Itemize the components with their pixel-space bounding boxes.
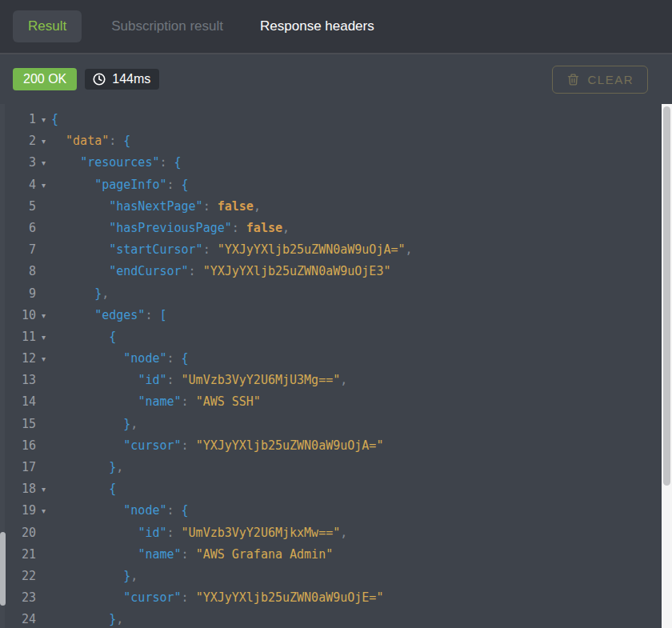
code-line: 16 "cursor": "YXJyYXljb25uZWN0aW9uOjA=" xyxy=(0,435,662,457)
fold-toggle-icon[interactable]: ▾ xyxy=(36,152,51,174)
code-line: 14 "name": "AWS SSH" xyxy=(0,391,662,413)
fold-toggle-icon[interactable]: ▾ xyxy=(36,500,51,522)
code-line: 12▾ "node": { xyxy=(0,348,662,370)
code-line: 15 }, xyxy=(0,414,662,435)
code-text: "id": "UmVzb3VyY2U6MjkxMw==", xyxy=(51,522,347,544)
fold-spacer xyxy=(36,414,51,435)
trash-icon xyxy=(566,73,580,86)
fold-toggle-icon[interactable]: ▾ xyxy=(36,478,51,500)
line-number: 17 xyxy=(0,457,36,478)
code-text: "name": "AWS Grafana Admin" xyxy=(51,544,333,566)
code-line: 1▾{ xyxy=(0,109,662,130)
code-text: "id": "UmVzb3VyY2U6MjU3Mg==", xyxy=(51,370,347,391)
line-number: 12 xyxy=(0,348,36,370)
line-number: 10 xyxy=(0,305,36,326)
code-line: 21 "name": "AWS Grafana Admin" xyxy=(0,544,662,566)
line-number: 18 xyxy=(0,478,36,500)
fold-spacer xyxy=(36,196,51,218)
fold-spacer xyxy=(36,609,51,628)
code-line: 3▾ "resources": { xyxy=(0,152,662,174)
result-tab-bar: Result Subscription result Response head… xyxy=(0,0,672,54)
fold-spacer xyxy=(36,261,51,282)
tab-subscription-result[interactable]: Subscription result xyxy=(111,18,223,34)
code-text: "hasNextPage": false, xyxy=(51,196,261,218)
right-scrollbar-track[interactable] xyxy=(662,104,672,628)
code-line: 18▾ { xyxy=(0,478,662,500)
line-number: 11 xyxy=(0,326,36,348)
response-time-value: 144ms xyxy=(112,72,150,86)
fold-toggle-icon[interactable]: ▾ xyxy=(36,174,51,196)
line-number: 9 xyxy=(0,283,36,305)
code-text: "edges": [ xyxy=(51,305,167,326)
code-text: "hasPreviousPage": false, xyxy=(51,218,290,239)
fold-spacer xyxy=(36,566,51,587)
clear-button[interactable]: CLEAR xyxy=(552,66,648,94)
line-number: 5 xyxy=(0,196,36,218)
fold-spacer xyxy=(36,218,51,239)
code-text: { xyxy=(51,109,58,130)
code-text: "cursor": "YXJyYXljb25uZWN0aW9uOjE=" xyxy=(51,587,383,609)
code-text: "node": { xyxy=(51,348,189,370)
fold-spacer xyxy=(36,391,51,413)
line-number: 16 xyxy=(0,435,36,457)
code-text: "cursor": "YXJyYXljb25uZWN0aW9uOjA=" xyxy=(51,435,383,457)
left-scrollbar-track[interactable] xyxy=(0,104,5,628)
code-line: 7 "startCursor": "YXJyYXljb25uZWN0aW9uOj… xyxy=(0,239,662,261)
fold-spacer xyxy=(36,370,51,391)
line-number: 13 xyxy=(0,370,36,391)
fold-spacer xyxy=(36,239,51,261)
tab-result[interactable]: Result xyxy=(13,10,82,42)
code-line: 8 "endCursor": "YXJyYXljb25uZWN0aW9uOjE3… xyxy=(0,261,662,282)
status-bar: 200 OK 144ms CLEAR xyxy=(0,54,672,104)
fold-toggle-icon[interactable]: ▾ xyxy=(36,348,51,370)
code-line: 22 }, xyxy=(0,566,662,587)
line-number: 15 xyxy=(0,414,36,435)
code-text: "name": "AWS SSH" xyxy=(51,391,261,413)
line-number: 4 xyxy=(0,174,36,196)
right-scrollbar-thumb[interactable] xyxy=(663,106,670,486)
response-time-chip: 144ms xyxy=(85,69,159,90)
code-line: 5 "hasNextPage": false, xyxy=(0,196,662,218)
code-line: 6 "hasPreviousPage": false, xyxy=(0,218,662,239)
line-number: 7 xyxy=(0,239,36,261)
line-number: 2 xyxy=(0,130,36,152)
code-text: "pageInfo": { xyxy=(51,174,189,196)
left-scrollbar-thumb[interactable] xyxy=(0,532,6,606)
line-number: 6 xyxy=(0,218,36,239)
code-text: { xyxy=(51,478,116,500)
code-line: 10▾ "edges": [ xyxy=(0,305,662,326)
code-text: "endCursor": "YXJyYXljb25uZWN0aW9uOjE3" xyxy=(51,261,390,282)
code-line: 9 }, xyxy=(0,283,662,305)
line-number: 3 xyxy=(0,152,36,174)
fold-toggle-icon[interactable]: ▾ xyxy=(36,305,51,326)
clear-button-label: CLEAR xyxy=(587,73,634,86)
code-line: 13 "id": "UmVzb3VyY2U6MjU3Mg==", xyxy=(0,370,662,391)
fold-toggle-icon[interactable]: ▾ xyxy=(36,326,51,348)
fold-spacer xyxy=(36,544,51,566)
code-text: "node": { xyxy=(51,500,189,522)
tab-response-headers[interactable]: Response headers xyxy=(260,18,374,34)
clock-icon xyxy=(92,72,106,86)
fold-spacer xyxy=(36,457,51,478)
fold-spacer xyxy=(36,522,51,544)
code-text: { xyxy=(51,326,116,348)
code-text: }, xyxy=(51,283,109,305)
response-json-editor[interactable]: 1▾{2▾ "data": {3▾ "resources": {4▾ "page… xyxy=(0,104,662,628)
code-text: }, xyxy=(51,457,123,478)
code-text: }, xyxy=(51,414,138,435)
code-line: 17 }, xyxy=(0,457,662,478)
code-line: 24 }, xyxy=(0,609,662,628)
status-badge: 200 OK xyxy=(13,68,77,90)
line-number: 14 xyxy=(0,391,36,413)
line-number: 19 xyxy=(0,500,36,522)
line-number: 8 xyxy=(0,261,36,282)
fold-toggle-icon[interactable]: ▾ xyxy=(36,130,51,152)
fold-spacer xyxy=(36,435,51,457)
code-text: }, xyxy=(51,609,123,628)
code-line: 20 "id": "UmVzb3VyY2U6MjkxMw==", xyxy=(0,522,662,544)
code-text: "data": { xyxy=(51,130,130,152)
fold-toggle-icon[interactable]: ▾ xyxy=(36,109,51,130)
code-line: 4▾ "pageInfo": { xyxy=(0,174,662,196)
code-line: 19▾ "node": { xyxy=(0,500,662,522)
code-text: "resources": { xyxy=(51,152,182,174)
